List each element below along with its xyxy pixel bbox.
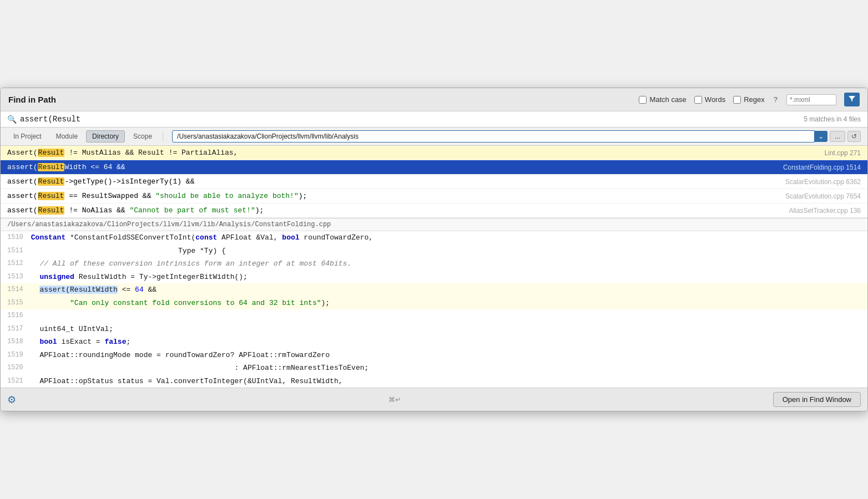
directory-path-input[interactable] [172, 130, 815, 142]
line-number: 1519 [1, 349, 29, 360]
line-number: 1514 [1, 283, 29, 294]
result-location: ConstantFolding.cpp 1514 [783, 164, 861, 171]
refresh-btn[interactable]: ↺ [847, 131, 861, 142]
words-checkbox[interactable] [694, 96, 702, 104]
code-view[interactable]: 1510 Constant *ConstantFoldSSEConvertToI… [1, 231, 867, 388]
scope-scope-btn[interactable]: Scope [127, 130, 158, 142]
header-options: Match case Words Regex ? [639, 93, 860, 106]
dialog-footer: ⚙ ⌘↵ Open in Find Window [1, 388, 867, 411]
line-content: APFloat::roundingMode mode = roundToward… [29, 349, 867, 362]
scope-separator [163, 131, 163, 141]
result-text: assert(Result->getType()->isIntegerTy(1)… [7, 177, 779, 186]
filter-button[interactable] [844, 93, 860, 106]
result-row[interactable]: assert(Result == ResultSwapped && "shoul… [1, 189, 867, 203]
line-content: bool isExact = false; [29, 335, 867, 349]
match-case-checkbox[interactable] [639, 96, 647, 104]
line-number: 1512 [1, 257, 29, 268]
code-line: 1513 unsigned ResultWidth = Ty->getInteg… [1, 271, 867, 284]
regex-option[interactable]: Regex [733, 95, 765, 104]
code-line-highlighted: 1514 assert(ResultWidth <= 64 && [1, 283, 867, 297]
line-number: 1515 [1, 297, 29, 308]
results-list: Assert(Result != MustAlias && Result != … [1, 146, 867, 218]
scope-module-btn[interactable]: Module [50, 130, 84, 142]
result-location: ScalarEvolution.cpp 6362 [785, 178, 861, 186]
line-content: uint64_t UIntVal; [29, 323, 867, 336]
result-row[interactable]: assert(Result->getType()->isIntegerTy(1)… [1, 175, 867, 189]
regex-checkbox[interactable] [733, 96, 741, 104]
line-content: Type *Ty) { [29, 245, 867, 258]
search-input-wrapper: 🔍 assert(Result [7, 115, 804, 124]
result-row[interactable]: assert(Result != NoAlias && "Cannot be p… [1, 203, 867, 218]
line-content: assert(ResultWidth <= 64 && [29, 283, 867, 297]
words-option[interactable]: Words [694, 95, 725, 104]
dialog-header: Find in Path Match case Words Regex ? [1, 88, 867, 111]
help-button[interactable]: ? [773, 95, 779, 104]
directory-input-wrapper: ⌄ ... ↺ [172, 130, 861, 142]
code-line: 1510 Constant *ConstantFoldSSEConvertToI… [1, 231, 867, 245]
settings-icon[interactable]: ⚙ [7, 394, 16, 406]
keyboard-shortcut: ⌘↵ [388, 396, 401, 404]
scope-in-project-btn[interactable]: In Project [7, 130, 48, 142]
code-line: 1518 bool isExact = false; [1, 335, 867, 349]
line-number: 1521 [1, 375, 29, 386]
result-text: assert(ResultWidth <= 64 && [7, 163, 776, 171]
line-number: 1520 [1, 361, 29, 373]
find-in-path-dialog: Find in Path Match case Words Regex ? [0, 88, 868, 411]
result-text: assert(Result == ResultSwapped && "shoul… [7, 192, 779, 200]
result-text: Assert(Result != MustAlias && Result != … [7, 149, 818, 157]
match-case-option[interactable]: Match case [639, 95, 686, 104]
code-line: 1521 APFloat::opStatus status = Val.conv… [1, 375, 867, 388]
scope-bar: In Project Module Directory Scope ⌄ ... … [1, 128, 867, 146]
browse-directory-btn[interactable]: ... [830, 131, 845, 142]
search-query-text: assert(Result [20, 115, 80, 124]
line-content: APFloat::opStatus status = Val.convertTo… [29, 375, 867, 388]
result-location: ScalarEvolution.cpp 7654 [785, 192, 861, 200]
line-content [29, 309, 867, 323]
result-row[interactable]: assert(ResultWidth <= 64 && ConstantFold… [1, 160, 867, 175]
line-content: "Can only constant fold conversions to 6… [29, 297, 867, 310]
directory-expand-btn[interactable]: ⌄ [815, 131, 827, 142]
match-count: 5 matches in 4 files [804, 115, 861, 123]
result-location: AliasSetTracker.cpp 136 [789, 207, 861, 215]
line-content: Constant *ConstantFoldSSEConvertToInt(co… [29, 231, 867, 245]
code-line: 1511 Type *Ty) { [1, 245, 867, 258]
search-icon: 🔍 [7, 115, 17, 124]
code-line: 1516 [1, 309, 867, 323]
code-line: 1519 APFloat::roundingMode mode = roundT… [1, 349, 867, 362]
match-case-label: Match case [649, 95, 686, 104]
result-text: assert(Result != NoAlias && "Cannot be p… [7, 206, 782, 215]
scope-directory-btn[interactable]: Directory [86, 130, 125, 142]
line-number: 1513 [1, 271, 29, 282]
line-content: : APFloat::rmNearestTiesToEven; [29, 361, 867, 375]
line-number: 1511 [1, 245, 29, 256]
code-line-highlighted: 1515 "Can only constant fold conversions… [1, 297, 867, 310]
line-content: unsigned ResultWidth = Ty->getIntegerBit… [29, 271, 867, 284]
code-line: 1520 : APFloat::rmNearestTiesToEven; [1, 361, 867, 375]
file-path-bar: /Users/anastasiakazakova/ClionProjects/l… [1, 218, 867, 231]
words-label: Words [705, 95, 725, 104]
regex-label: Regex [744, 95, 765, 104]
line-number: 1510 [1, 231, 29, 242]
file-type-input[interactable] [786, 94, 836, 105]
search-bar: 🔍 assert(Result 5 matches in 4 files [1, 111, 867, 128]
line-number: 1517 [1, 323, 29, 334]
result-row[interactable]: Assert(Result != MustAlias && Result != … [1, 146, 867, 160]
line-content: // All of these conversion intrinsics fo… [29, 257, 867, 271]
code-line: 1512 // All of these conversion intrinsi… [1, 257, 867, 271]
open-in-find-window-button[interactable]: Open in Find Window [773, 392, 861, 407]
line-number: 1516 [1, 309, 29, 320]
dialog-title: Find in Path [8, 95, 56, 104]
result-location: Lint.cpp 271 [825, 149, 861, 157]
line-number: 1518 [1, 335, 29, 347]
code-line: 1517 uint64_t UIntVal; [1, 323, 867, 336]
